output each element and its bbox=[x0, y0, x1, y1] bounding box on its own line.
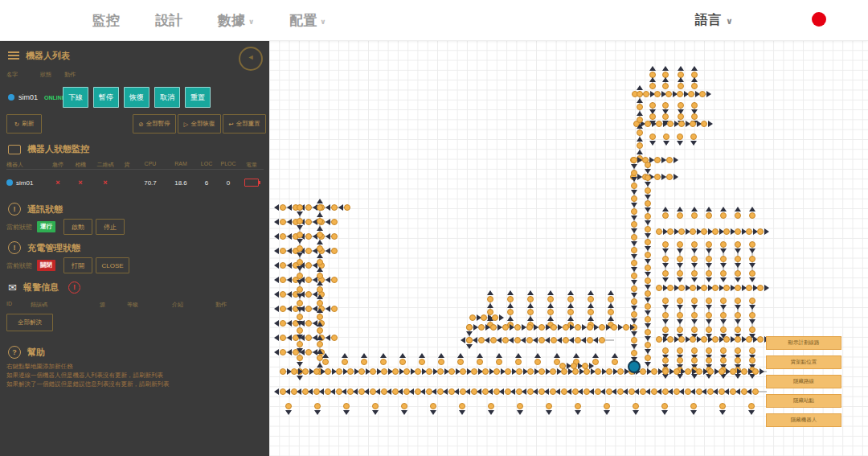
map-node-icon bbox=[711, 284, 719, 292]
collapse-sidebar-button[interactable]: ◄ bbox=[239, 47, 263, 71]
map-node-icon bbox=[748, 311, 756, 319]
hide-robots-button[interactable]: 隱藏機器人 bbox=[766, 413, 841, 427]
column-label-status: 狀態 bbox=[40, 71, 51, 79]
map-node-icon bbox=[630, 182, 638, 190]
resolve-all-button[interactable]: 全部解決 bbox=[6, 314, 53, 331]
th-camera: 相機 bbox=[69, 161, 92, 169]
map-node-icon bbox=[630, 285, 638, 293]
map-node-icon bbox=[630, 298, 638, 306]
map-node-icon bbox=[279, 232, 287, 240]
map-node-icon bbox=[723, 228, 731, 236]
map-node-icon bbox=[305, 247, 313, 255]
show-planned-routes-button[interactable]: 顯示計劃線路 bbox=[766, 336, 841, 350]
pause-button[interactable]: 暫停 bbox=[93, 87, 119, 108]
robot-marker[interactable] bbox=[628, 360, 641, 373]
section-title-text: 報警信息 bbox=[23, 281, 59, 294]
comm-stop-button[interactable]: 停止 bbox=[96, 219, 125, 235]
map-node-icon bbox=[706, 368, 714, 376]
nav-item-design[interactable]: 設計 bbox=[155, 11, 182, 30]
map-node-icon bbox=[305, 261, 313, 269]
map-node-icon bbox=[616, 368, 624, 376]
nav-item-config[interactable]: 配置∨ bbox=[289, 11, 326, 30]
hide-stations-button[interactable]: 隱藏站點 bbox=[766, 394, 841, 408]
offline-button[interactable]: 下線 bbox=[63, 87, 88, 108]
comm-start-button[interactable]: 啟動 bbox=[63, 219, 92, 235]
nav-item-data[interactable]: 數據∨ bbox=[218, 11, 254, 30]
nav-item-monitor[interactable]: 監控 bbox=[92, 11, 120, 30]
map-node-icon bbox=[734, 297, 742, 305]
map-node-icon bbox=[734, 356, 742, 364]
map-node-icon bbox=[526, 295, 534, 303]
resume-button[interactable]: 恢復 bbox=[124, 87, 149, 108]
resume-all-button[interactable]: ▷ 全部恢復 bbox=[178, 114, 221, 134]
map-node-icon bbox=[305, 232, 313, 240]
map-node-icon bbox=[526, 323, 534, 331]
map-node-icon bbox=[719, 402, 727, 410]
map-node-icon bbox=[649, 133, 657, 141]
charge-close-button[interactable]: CLOSE bbox=[96, 257, 129, 273]
map-node-icon bbox=[399, 358, 407, 366]
map-node-icon bbox=[719, 297, 727, 305]
reset-button[interactable]: 重置 bbox=[185, 87, 211, 108]
map-node-icon bbox=[665, 90, 673, 98]
map-node-icon bbox=[644, 238, 652, 246]
map-node-icon bbox=[594, 368, 602, 376]
map-node-icon bbox=[690, 356, 698, 364]
th-id: ID bbox=[6, 301, 12, 306]
map-node-icon bbox=[296, 340, 304, 348]
map-node-icon bbox=[644, 174, 652, 182]
map-node-icon bbox=[745, 228, 753, 236]
map-node-icon bbox=[666, 120, 674, 128]
map-node-icon bbox=[335, 368, 343, 376]
map-node-icon bbox=[705, 326, 713, 334]
map-node-icon bbox=[719, 212, 727, 220]
map-node-icon bbox=[756, 335, 764, 343]
map-node-icon bbox=[630, 349, 638, 357]
th-source: 源 bbox=[100, 301, 105, 309]
map-node-icon bbox=[305, 319, 313, 327]
reset-all-button[interactable]: ↩ 全部重置 bbox=[223, 114, 266, 134]
current-status-label: 當前狀態 bbox=[6, 261, 32, 270]
map-node-icon bbox=[279, 218, 287, 226]
hide-routes-button[interactable]: 隱藏路線 bbox=[766, 375, 841, 388]
return-arrow-icon: ↩ bbox=[228, 121, 233, 128]
map-panel[interactable]: 顯示計劃線路 貨架點位置 隱藏路線 隱藏站點 隱藏機器人 bbox=[269, 40, 868, 456]
map-node-icon bbox=[330, 334, 338, 342]
th-loc: LOC bbox=[196, 161, 217, 169]
charge-open-button[interactable]: 打開 bbox=[63, 257, 92, 273]
map-node-icon bbox=[330, 276, 338, 284]
map-node-icon bbox=[630, 220, 638, 228]
map-node-icon bbox=[723, 284, 731, 292]
map-node-icon bbox=[644, 199, 652, 207]
language-dropdown[interactable]: 語言 ∨ bbox=[695, 0, 733, 40]
map-node-icon bbox=[644, 225, 652, 233]
map-node-icon bbox=[567, 308, 575, 316]
map-node-icon bbox=[489, 323, 497, 331]
map-node-icon bbox=[480, 314, 488, 322]
map-node-icon bbox=[748, 212, 756, 220]
map-node-icon bbox=[677, 82, 685, 90]
map-node-icon bbox=[653, 90, 661, 98]
map-node-icon bbox=[661, 402, 669, 410]
refresh-button[interactable]: ↻ 刷新 bbox=[6, 114, 42, 134]
map-node-icon bbox=[748, 347, 756, 355]
map-node-icon bbox=[358, 368, 366, 376]
map-node-icon bbox=[429, 402, 437, 410]
map-node-icon bbox=[436, 368, 444, 376]
map-node-icon bbox=[547, 308, 555, 316]
cancel-button[interactable]: 取消 bbox=[154, 87, 180, 108]
map-node-icon bbox=[360, 358, 368, 366]
map-node-icon bbox=[316, 203, 324, 212]
th-ploc: PLOC bbox=[217, 161, 240, 169]
map-node-icon bbox=[734, 228, 742, 236]
pause-all-button[interactable]: ⊘ 全部暫停 bbox=[133, 114, 176, 134]
map-node-icon bbox=[661, 368, 669, 376]
map-node-icon bbox=[459, 368, 467, 376]
map-node-icon bbox=[719, 347, 727, 355]
map-node-icon bbox=[705, 255, 713, 263]
map-node-icon bbox=[644, 187, 652, 195]
map-node-icon bbox=[676, 269, 684, 277]
map-node-icon bbox=[734, 326, 742, 334]
map-node-icon bbox=[636, 142, 644, 150]
shelf-positions-button[interactable]: 貨架點位置 bbox=[766, 355, 841, 369]
